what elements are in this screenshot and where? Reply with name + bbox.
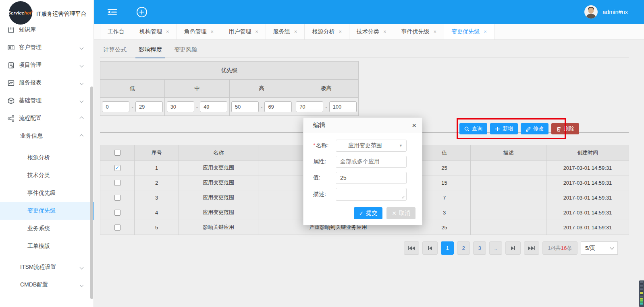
attr-label: 属性: (313, 158, 336, 165)
sidebar-item-knowledge-base[interactable]: 知识库 (0, 21, 93, 39)
close-icon[interactable]: × (166, 29, 169, 35)
add-new-button[interactable] (135, 6, 148, 19)
tab-org-mgmt[interactable]: 机构管理× (132, 24, 177, 39)
sidebar-item-business-system[interactable]: 业务系统 (0, 220, 93, 237)
page-button-3[interactable]: 3 (473, 241, 486, 255)
sidebar-item-project-mgmt[interactable]: 项目管理 (0, 56, 93, 74)
app-title: IT服务运营管理平台 (36, 10, 86, 18)
id-card-icon (7, 44, 15, 52)
subtabs: 计算公式 影响程度 变更风险 (100, 43, 206, 58)
search-button[interactable]: 查询 (459, 123, 487, 134)
close-icon[interactable]: × (339, 29, 342, 35)
range-max-input[interactable] (200, 101, 227, 112)
edit-dialog: 编辑 × *名称: 应用变更范围 ▼ 属性: 值: 描述: (303, 117, 422, 225)
sidebar-item-process-config[interactable]: 流程配置 (0, 109, 93, 127)
toolbar: 查询 新增 修改 删除 (459, 123, 579, 134)
close-icon[interactable]: × (255, 29, 258, 35)
attr-field-row: 属性: (313, 156, 412, 168)
cancel-button[interactable]: ✕ 取消 (386, 207, 415, 219)
tab-user-mgmt[interactable]: 用户管理× (221, 24, 266, 39)
col-header-desc: 描述 (471, 145, 546, 161)
user-menu[interactable]: admin#nx (584, 5, 628, 19)
app-root: Servicehot® IT服务运营管理平台 知识库 客户管理 项目管理 服务报… (0, 0, 644, 307)
close-icon[interactable]: × (434, 29, 437, 35)
range-max-input[interactable] (135, 101, 163, 112)
range-min-input[interactable] (296, 101, 323, 112)
tab-tech-category[interactable]: 技术分类× (349, 24, 394, 39)
range-min-input[interactable] (167, 101, 194, 112)
row-checkbox[interactable] (114, 180, 120, 186)
subtab-calc-formula[interactable]: 计算公式 (100, 43, 130, 58)
sidebar-item-tech-category[interactable]: 技术分类 (0, 167, 93, 184)
range-separator: - (261, 104, 263, 110)
sidebar-item-incident-priority[interactable]: 事件优先级 (0, 184, 93, 202)
subtab-change-risk[interactable]: 变更风险 (171, 43, 201, 58)
sidebar-item-cmdb-config[interactable]: CMDB配置 (0, 276, 93, 294)
add-button[interactable]: 新增 (490, 123, 518, 134)
priority-level-low: 低 (100, 80, 165, 98)
next-page-button[interactable] (505, 241, 521, 255)
collapse-menu-button[interactable] (106, 6, 118, 19)
page-button-2[interactable]: 2 (457, 241, 470, 255)
close-icon[interactable]: × (412, 122, 416, 129)
subtab-impact-degree[interactable]: 影响程度 (135, 43, 165, 58)
book-icon (7, 26, 15, 34)
tab-role-mgmt[interactable]: 角色管理× (177, 24, 222, 39)
sidebar-item-itsm-process[interactable]: ITSM流程设置 (0, 258, 93, 276)
sidebar-item-customer-mgmt[interactable]: 客户管理 (0, 39, 93, 56)
tab-change-priority[interactable]: 变更优先级× (444, 24, 494, 39)
desc-textarea[interactable] (336, 188, 407, 201)
range-max-input[interactable] (264, 101, 292, 112)
sidebar-item-service-report[interactable]: 服务报表 (0, 74, 93, 92)
close-icon[interactable]: × (211, 29, 214, 35)
page-button-1[interactable]: 1 (441, 241, 454, 255)
page-size-select[interactable]: 5/页 (581, 241, 618, 255)
topbar: admin#nx (94, 0, 644, 24)
tab-workbench[interactable]: 工作台 (100, 24, 132, 39)
row-checkbox[interactable] (114, 195, 120, 201)
tab-service-group[interactable]: 服务组× (266, 24, 305, 39)
value-field-row: 值: (313, 172, 412, 184)
activity-meter-widget (639, 280, 644, 307)
close-icon[interactable]: × (294, 29, 297, 35)
row-checkbox[interactable] (114, 210, 120, 216)
select-all-checkbox[interactable] (114, 150, 120, 156)
sidebar-scrollbar[interactable] (90, 87, 93, 299)
plus-circle-icon (136, 6, 148, 18)
close-icon[interactable]: × (484, 29, 487, 35)
row-checkbox[interactable] (114, 225, 120, 231)
first-page-button[interactable] (404, 241, 419, 255)
name-select[interactable]: 应用变更范围 ▼ (336, 140, 407, 152)
prev-page-icon (428, 246, 429, 250)
range-separator: - (131, 104, 133, 110)
last-page-icon (534, 246, 535, 250)
page-button-more[interactable]: .. (489, 241, 502, 255)
sidebar-item-root-cause[interactable]: 根源分析 (0, 149, 93, 167)
range-min-input[interactable] (102, 101, 129, 112)
range-max-input[interactable] (329, 101, 357, 112)
dialog-title: 编辑 (313, 122, 325, 129)
close-icon[interactable]: × (383, 29, 386, 35)
dialog-footer: ✓ 提交 ✕ 取消 (303, 205, 422, 225)
attr-input[interactable] (336, 156, 407, 168)
plus-icon (495, 126, 500, 132)
prev-page-button[interactable] (422, 241, 438, 255)
sidebar-item-change-priority[interactable]: 变更优先级 (0, 202, 93, 220)
edit-button[interactable]: 修改 (521, 123, 548, 134)
last-page-button[interactable] (524, 241, 539, 255)
sidebar: Servicehot® IT服务运营管理平台 知识库 客户管理 项目管理 服务报… (0, 0, 94, 307)
priority-level-high: 高 (229, 80, 294, 98)
tab-incident-priority[interactable]: 事件优先级× (394, 24, 445, 39)
tab-root-cause[interactable]: 根源分析× (305, 24, 349, 39)
submit-button[interactable]: ✓ 提交 (354, 207, 383, 219)
delete-button[interactable]: 删除 (551, 123, 579, 134)
row-checkbox[interactable]: ✓ (114, 165, 120, 171)
value-input[interactable] (336, 172, 407, 184)
pencil-icon (526, 126, 531, 132)
range-separator: - (325, 104, 327, 110)
sidebar-item-base-mgmt[interactable]: 基础管理 (0, 92, 93, 109)
sidebar-item-ticket-template[interactable]: 工单模版 (0, 237, 93, 255)
range-min-input[interactable] (231, 101, 259, 112)
collapse-menu-icon (106, 7, 118, 17)
sidebar-item-business-info[interactable]: 业务信息 (0, 127, 93, 145)
